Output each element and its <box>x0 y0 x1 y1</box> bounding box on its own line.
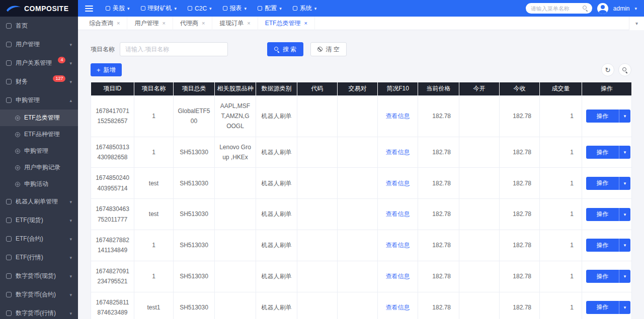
sidebar-subitem-2[interactable]: 申购管理 <box>0 143 78 159</box>
close-icon[interactable]: × <box>202 20 205 26</box>
sidebar-item-5[interactable]: 机器人刷单管理▾ <box>0 192 78 211</box>
chevron-down-icon: ▾ <box>279 6 282 11</box>
chevron-down-icon: ▾ <box>619 274 630 279</box>
zoom-button[interactable] <box>618 63 631 76</box>
row-action-button[interactable]: 操作▾ <box>586 177 630 190</box>
tab-0[interactable]: 综合查询× <box>82 17 127 30</box>
clear-button[interactable]: 清 空 <box>310 42 346 56</box>
project-name-input[interactable] <box>120 42 228 56</box>
data-table: 项目ID项目名称项目总类相关股票品种数据源类别代码交易对简况F10当前价格今开今… <box>91 82 632 319</box>
menu-label: 配置 <box>265 4 277 13</box>
menu-icon <box>6 23 12 29</box>
sidebar-subitem-4[interactable]: 申购活动 <box>0 176 78 192</box>
sidebar: 首页用户管理▾用户关系管理4▾财务127▾申购管理▴ETF总类管理ETF品种管理… <box>0 17 78 319</box>
row-action-button[interactable]: 操作▾ <box>586 270 630 283</box>
close-icon[interactable]: × <box>247 20 250 26</box>
avatar[interactable] <box>597 3 608 14</box>
notification-badge: 127 <box>53 75 65 82</box>
sidebar-item-label: 数字货币(行情) <box>16 309 65 317</box>
table-row: 16748278821411348491SH513030机器人刷单查看信息182… <box>91 230 632 261</box>
cell-code <box>297 261 338 292</box>
close-icon[interactable]: × <box>162 20 165 26</box>
view-info-link[interactable]: 查看信息 <box>386 304 410 311</box>
cell-close: 182.78 <box>500 230 540 261</box>
chevron-down-icon: ▾ <box>619 181 630 186</box>
search-button[interactable]: 搜 索 <box>267 42 303 56</box>
tab-1[interactable]: 用户管理× <box>127 17 173 30</box>
menu-icon <box>6 97 12 103</box>
top-menu-3[interactable]: 报表▾ <box>217 0 253 17</box>
action-button-label: 操作 <box>586 241 619 250</box>
cell-pair <box>338 168 378 199</box>
row-action-button[interactable]: 操作▾ <box>586 208 630 221</box>
top-menu-1[interactable]: 理财矿机▾ <box>135 0 183 17</box>
sidebar-subitem-3[interactable]: 用户申购记录 <box>0 159 78 176</box>
chevron-down-icon[interactable]: ▾ <box>634 6 637 11</box>
hamburger-menu-icon[interactable] <box>85 4 93 13</box>
sidebar-subitem-label: ETF品种管理 <box>24 130 60 139</box>
refresh-button[interactable]: ↻ <box>601 63 614 76</box>
add-button[interactable]: + 新增 <box>91 63 122 76</box>
column-header: 代码 <box>297 82 338 95</box>
menu-icon <box>6 79 12 84</box>
view-info-link[interactable]: 查看信息 <box>386 210 410 218</box>
table-toolbar: + 新增 ↻ <box>91 63 631 76</box>
cell-project-class: SH513030 <box>174 168 215 199</box>
sidebar-item-2[interactable]: 用户关系管理4▾ <box>0 54 78 72</box>
sidebar-item-9[interactable]: 数字货币(现货)▾ <box>0 267 78 285</box>
tab-4[interactable]: ETF总类管理× <box>258 17 315 30</box>
sidebar-item-8[interactable]: ETF(行情)▾ <box>0 248 78 267</box>
tab-2[interactable]: 代理商× <box>173 17 212 30</box>
close-icon[interactable]: × <box>117 20 120 26</box>
main: 综合查询×用户管理×代理商×提现订单×ETF总类管理× ▾ 项目名称 搜 索 清… <box>78 17 644 319</box>
row-action-button[interactable]: 操作▾ <box>586 239 630 252</box>
top-menu-0[interactable]: 美股▾ <box>100 0 135 17</box>
row-action-button[interactable]: 操作▾ <box>586 146 630 159</box>
view-info-link[interactable]: 查看信息 <box>386 180 410 187</box>
sidebar-item-7[interactable]: ETF(合约)▾ <box>0 230 78 248</box>
view-info-link[interactable]: 查看信息 <box>386 149 410 156</box>
sidebar-item-6[interactable]: ETF(现货)▾ <box>0 211 78 230</box>
view-info-link[interactable]: 查看信息 <box>386 242 410 249</box>
top-menu-4[interactable]: 配置▾ <box>252 0 287 17</box>
sidebar-subitem-1[interactable]: ETF品种管理 <box>0 126 78 143</box>
top-menu-2[interactable]: C2C▾ <box>182 0 217 17</box>
tab-3[interactable]: 提现订单× <box>212 17 258 30</box>
sidebar-item-11[interactable]: 数字货币(行情)▾ <box>0 304 78 319</box>
chevron-icon: ▾ <box>69 218 72 223</box>
cell-price: 182.78 <box>418 168 459 199</box>
sidebar-item-0[interactable]: 首页 <box>0 17 78 35</box>
sidebar-item-label: 用户关系管理 <box>16 59 54 67</box>
cell-open <box>459 199 500 230</box>
user-name[interactable]: admin <box>613 5 630 12</box>
menu-icon <box>223 6 227 11</box>
menu-label: 报表 <box>230 4 242 13</box>
sidebar-item-1[interactable]: 用户管理▾ <box>0 35 78 54</box>
tab-options-button[interactable]: ▾ <box>629 17 644 30</box>
row-action-button[interactable]: 操作▾ <box>586 301 630 314</box>
cell-project-name: 1 <box>134 230 174 261</box>
cell-pair <box>338 292 378 319</box>
column-header: 相关股票品种 <box>215 82 256 95</box>
sidebar-item-3[interactable]: 财务127▾ <box>0 72 78 91</box>
view-info-link[interactable]: 查看信息 <box>386 113 410 120</box>
menu-icon <box>6 60 12 66</box>
row-action-button[interactable]: 操作▾ <box>586 110 630 123</box>
cell-close: 182.78 <box>500 199 540 230</box>
close-icon[interactable]: × <box>304 20 307 26</box>
cell-action: 操作▾ <box>582 199 632 230</box>
top-menu-5[interactable]: 系统▾ <box>287 0 323 17</box>
column-header: 数据源类别 <box>256 82 297 95</box>
sidebar-item-10[interactable]: 数字货币(合约)▾ <box>0 285 78 304</box>
cell-code <box>297 168 338 199</box>
sidebar-subitem-0[interactable]: ETF总类管理 <box>0 110 78 126</box>
view-info-link[interactable]: 查看信息 <box>386 273 410 280</box>
search-icon[interactable] <box>583 6 588 11</box>
sidebar-item-4[interactable]: 申购管理▴ <box>0 91 78 110</box>
sidebar-subitem-label: 申购管理 <box>24 147 48 155</box>
tab-label: 提现订单 <box>219 19 244 28</box>
chevron-down-icon: ▾ <box>245 6 247 11</box>
column-header: 项目总类 <box>174 82 215 95</box>
cell-project-class: SH513030 <box>174 292 215 319</box>
sidebar-subitem-label: 申购活动 <box>24 180 48 188</box>
